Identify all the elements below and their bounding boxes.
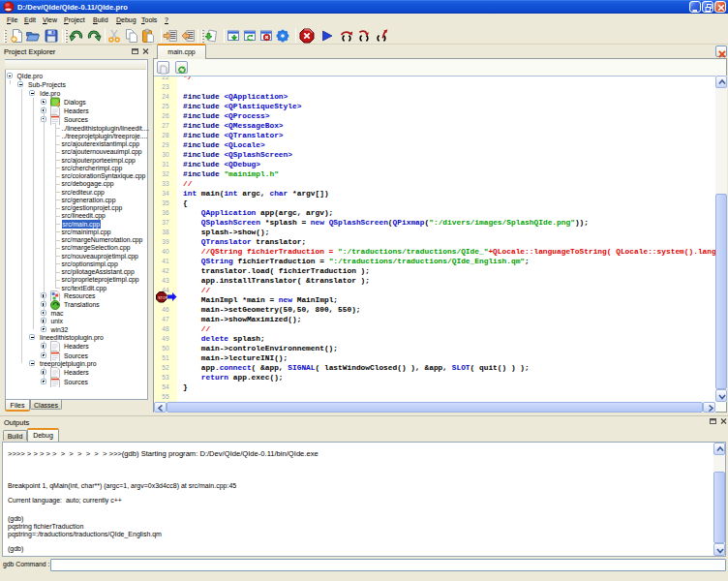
- svg-text:STOP: STOP: [158, 296, 167, 300]
